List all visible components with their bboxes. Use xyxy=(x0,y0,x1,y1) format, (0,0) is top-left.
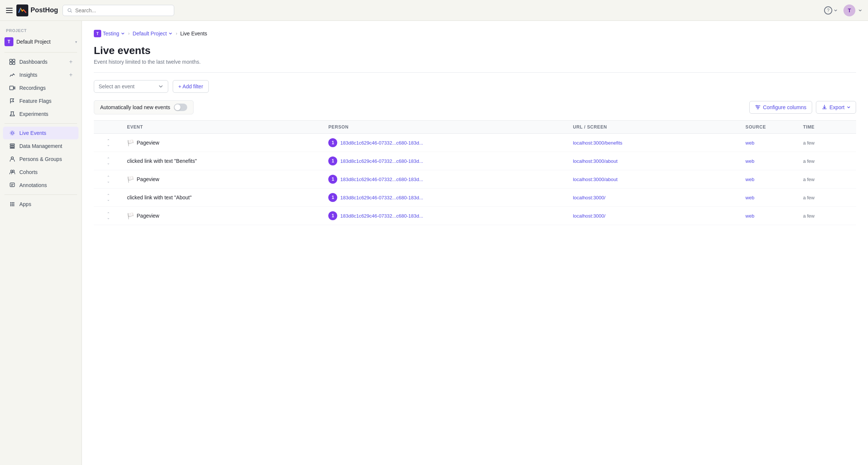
svg-rect-10 xyxy=(10,144,15,145)
col-header-source: SOURCE xyxy=(741,121,799,134)
hamburger-button[interactable] xyxy=(6,8,13,13)
breadcrumb-project-chevron xyxy=(168,31,173,36)
row-expand-cell: ⌃⌄ xyxy=(94,170,122,189)
svg-point-23 xyxy=(10,205,12,206)
events-table: EVENT PERSON URL / SCREEN SOURCE TIME ⌃⌄… xyxy=(94,120,856,225)
filters-row: Select an event + Add filter xyxy=(94,80,856,93)
sidebar-item-persons-groups[interactable]: Persons & Groups xyxy=(3,153,79,165)
search-input[interactable] xyxy=(75,7,169,13)
sidebar-item-annotations-label: Annotations xyxy=(19,182,47,188)
col-header-event: EVENT xyxy=(122,121,324,134)
row-person-cell: 1183d8c1c629c46-07332...c680-183d... xyxy=(324,134,568,152)
sidebar-item-cohorts[interactable]: Cohorts xyxy=(3,166,79,178)
person-id-link[interactable]: 183d8c1c629c46-07332...c680-183d... xyxy=(340,140,423,146)
person-id-link[interactable]: 183d8c1c629c46-07332...c680-183d... xyxy=(340,158,423,164)
breadcrumb-default-project[interactable]: Default Project xyxy=(133,31,173,37)
person-avatar: 1 xyxy=(328,175,337,184)
expand-button[interactable]: ⌃⌄ xyxy=(98,212,118,220)
expand-button[interactable]: ⌃⌄ xyxy=(98,175,118,183)
sidebar-item-persons-groups-label: Persons & Groups xyxy=(19,156,62,162)
url-link[interactable]: localhost:3000/ xyxy=(573,195,605,200)
sidebar-item-experiments[interactable]: Experiments xyxy=(3,108,79,120)
sidebar-item-dashboards[interactable]: Dashboards + xyxy=(3,56,79,68)
breadcrumb: T Testing › Default Project › Live Event… xyxy=(94,30,856,37)
svg-point-17 xyxy=(10,202,12,203)
person-id-link[interactable]: 183d8c1c629c46-07332...c680-183d... xyxy=(340,213,423,219)
sidebar-item-feature-flags-label: Feature Flags xyxy=(19,98,51,104)
svg-rect-11 xyxy=(10,146,15,147)
sidebar-item-feature-flags[interactable]: Feature Flags xyxy=(3,95,79,107)
sidebar-project-selector[interactable]: T Default Project ▾ xyxy=(0,34,82,49)
auto-load-toggle[interactable] xyxy=(174,104,187,111)
avatar[interactable]: T xyxy=(843,4,855,16)
nav-right: ? T xyxy=(821,4,862,16)
sidebar-project-avatar: T xyxy=(4,37,13,46)
row-url-cell: localhost:3000/ xyxy=(568,189,741,207)
table-row[interactable]: ⌃⌄🏳️Pageview1183d8c1c629c46-07332...c680… xyxy=(94,207,856,225)
row-source-cell: web xyxy=(741,207,799,225)
svg-point-7 xyxy=(12,114,12,115)
url-link[interactable]: localhost:3000/ xyxy=(573,213,605,219)
sidebar-item-dashboards-plus[interactable]: + xyxy=(69,58,73,65)
search-icon xyxy=(67,8,72,13)
auto-load-toggle-container: Automatically load new events xyxy=(94,100,194,114)
configure-columns-button[interactable]: Configure columns xyxy=(749,101,812,114)
event-label: clicked link with text "Benefits" xyxy=(127,158,197,164)
table-row[interactable]: ⌃⌄🏳️Pageview1183d8c1c629c46-07332...c680… xyxy=(94,170,856,189)
row-url-cell: localhost:3000/benefits xyxy=(568,134,741,152)
sidebar-item-apps[interactable]: Apps xyxy=(3,198,79,211)
url-link[interactable]: localhost:3000/about xyxy=(573,177,618,182)
person-avatar: 1 xyxy=(328,211,337,220)
export-icon xyxy=(821,104,827,110)
add-filter-button[interactable]: + Add filter xyxy=(173,80,209,93)
persons-groups-icon xyxy=(9,156,16,162)
table-row[interactable]: ⌃⌄clicked link with text "Benefits"1183d… xyxy=(94,152,856,170)
person-id-link[interactable]: 183d8c1c629c46-07332...c680-183d... xyxy=(340,195,423,200)
svg-point-9 xyxy=(10,131,15,135)
sidebar-item-recordings[interactable]: Recordings xyxy=(3,82,79,94)
breadcrumb-testing[interactable]: T Testing xyxy=(94,30,125,37)
row-expand-cell: ⌃⌄ xyxy=(94,134,122,152)
sidebar: PROJECT T Default Project ▾ Dashboards +… xyxy=(0,21,82,465)
help-button[interactable]: ? xyxy=(821,5,840,16)
topnav: PostHog ? T xyxy=(0,0,868,21)
event-name: 🏳️Pageview xyxy=(127,139,319,146)
svg-point-19 xyxy=(13,202,15,203)
page-title: Live events xyxy=(94,45,856,57)
person-cell: 1183d8c1c629c46-07332...c680-183d... xyxy=(328,156,564,165)
url-link[interactable]: localhost:3000/benefits xyxy=(573,140,622,146)
sidebar-item-insights[interactable]: Insights + xyxy=(3,69,79,81)
expand-button[interactable]: ⌃⌄ xyxy=(98,139,118,147)
select-event-dropdown[interactable]: Select an event xyxy=(94,80,168,93)
export-label: Export xyxy=(830,104,845,110)
toggle-knob xyxy=(175,104,181,110)
event-label: clicked link with text "About" xyxy=(127,194,191,200)
add-filter-label: + Add filter xyxy=(178,83,203,89)
person-cell: 1183d8c1c629c46-07332...c680-183d... xyxy=(328,211,564,220)
expand-button[interactable]: ⌃⌄ xyxy=(98,194,118,202)
sidebar-item-insights-plus[interactable]: + xyxy=(69,72,73,78)
sidebar-project-chevron: ▾ xyxy=(75,40,77,44)
sidebar-item-data-management-label: Data Management xyxy=(19,143,62,149)
controls-right: Configure columns Export xyxy=(749,101,856,114)
logo[interactable]: PostHog xyxy=(16,4,58,16)
table-row[interactable]: ⌃⌄🏳️Pageview1183d8c1c629c46-07332...c680… xyxy=(94,134,856,152)
url-link[interactable]: localhost:3000/about xyxy=(573,158,618,164)
person-id-link[interactable]: 183d8c1c629c46-07332...c680-183d... xyxy=(340,177,423,182)
sidebar-item-insights-label: Insights xyxy=(19,72,37,78)
table-row[interactable]: ⌃⌄clicked link with text "About"1183d8c1… xyxy=(94,189,856,207)
export-button[interactable]: Export xyxy=(816,101,856,114)
expand-button[interactable]: ⌃⌄ xyxy=(98,157,118,165)
sidebar-item-live-events[interactable]: Live Events xyxy=(3,127,79,139)
search-bar[interactable] xyxy=(63,5,174,16)
select-event-placeholder: Select an event xyxy=(99,83,135,89)
sidebar-item-experiments-label: Experiments xyxy=(19,111,48,117)
event-label: Pageview xyxy=(137,213,159,219)
row-source-cell: web xyxy=(741,134,799,152)
dashboards-icon xyxy=(9,58,16,65)
sidebar-item-data-management[interactable]: Data Management xyxy=(3,140,79,152)
sidebar-item-annotations[interactable]: Annotations xyxy=(3,179,79,192)
row-time-cell: a few xyxy=(798,152,856,170)
row-expand-cell: ⌃⌄ xyxy=(94,189,122,207)
configure-columns-label: Configure columns xyxy=(763,104,807,110)
